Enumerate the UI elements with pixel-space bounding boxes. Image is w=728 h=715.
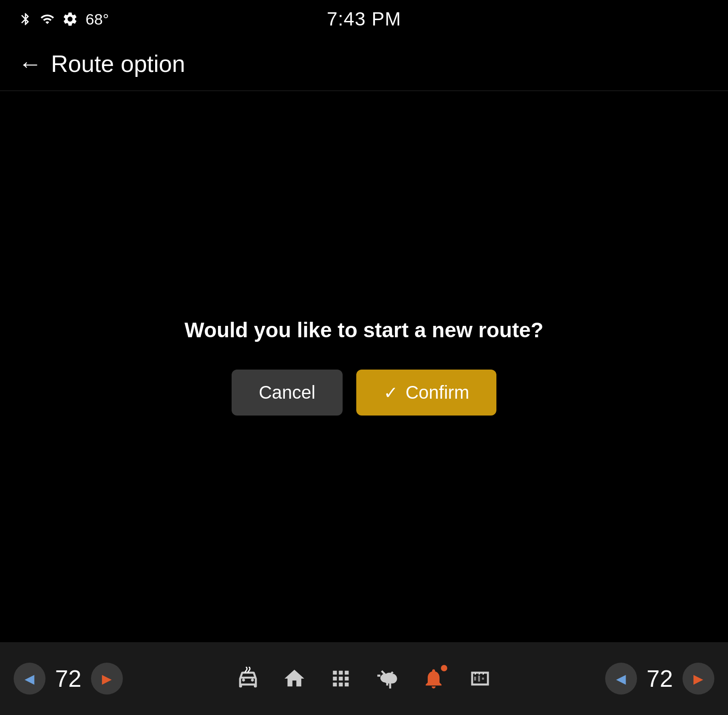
settings-icon <box>62 11 78 27</box>
right-chevron-icon: ▶ <box>102 671 112 686</box>
left-temp-display: 72 <box>50 665 86 692</box>
right-temp-decrease-button[interactable]: ◀ <box>605 663 637 695</box>
signal-icon <box>40 12 55 26</box>
notification-icon[interactable] <box>422 667 445 690</box>
dialog-buttons: Cancel ✓ Confirm <box>232 370 497 416</box>
right-temp-increase-button[interactable]: ▶ <box>682 663 714 695</box>
left-temp-decrease-button[interactable]: ◀ <box>14 663 46 695</box>
confirm-button[interactable]: ✓ Confirm <box>356 370 496 416</box>
home-icon[interactable] <box>283 667 306 690</box>
bottom-nav-icons <box>236 667 492 690</box>
temperature-display: 68° <box>86 10 109 28</box>
seat-heat-icon[interactable] <box>236 667 260 690</box>
right-temp-control: ◀ 72 ▶ <box>605 663 714 695</box>
left-temp-increase-button[interactable]: ▶ <box>91 663 123 695</box>
header: ← Route option <box>0 36 728 91</box>
confirm-label: Confirm <box>405 382 469 403</box>
cancel-button[interactable]: Cancel <box>232 370 343 416</box>
right-chevron-right-icon: ▶ <box>693 671 703 686</box>
left-temp-control: ◀ 72 ▶ <box>14 663 123 695</box>
status-time: 7:43 PM <box>327 8 401 30</box>
back-button[interactable]: ← Route option <box>18 50 185 77</box>
left-chevron-icon: ◀ <box>25 671 35 686</box>
fan-icon[interactable] <box>375 667 399 690</box>
bluetooth-icon <box>18 12 33 26</box>
back-arrow-icon: ← <box>18 52 42 76</box>
right-temp-display: 72 <box>642 665 678 692</box>
status-bar: 68° 7:43 PM <box>0 0 728 36</box>
bottom-bar: ◀ 72 ▶ <box>0 642 728 715</box>
left-chevron-right-icon: ◀ <box>616 671 626 686</box>
checkmark-icon: ✓ <box>384 383 398 403</box>
notification-dot <box>441 665 447 671</box>
dialog-message: Would you like to start a new route? <box>185 318 544 342</box>
apps-icon[interactable] <box>329 667 353 690</box>
page-title: Route option <box>51 50 185 77</box>
main-content: Would you like to start a new route? Can… <box>0 91 728 642</box>
status-icons: 68° <box>18 10 109 28</box>
rear-defrost-icon[interactable] <box>468 667 492 690</box>
